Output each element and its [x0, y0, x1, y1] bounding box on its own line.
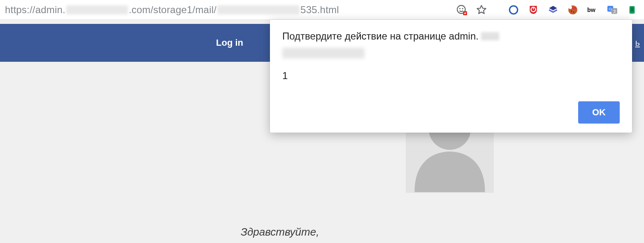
svg-rect-8 [533, 7, 534, 9]
dialog-actions: OK [282, 101, 620, 124]
dialog-subtitle-redacted [282, 48, 365, 58]
redacted-path [217, 5, 300, 14]
svg-point-10 [571, 10, 572, 12]
device-extension-icon[interactable] [627, 5, 637, 15]
ok-button[interactable]: OK [578, 101, 620, 124]
url-mid: .com/storage1/mail/ [129, 4, 216, 16]
page: Log in ь Здравствуйте, Подтвердите дейст… [0, 20, 644, 243]
svg-text:G: G [609, 7, 612, 11]
bw-extension-icon[interactable]: bw [587, 5, 598, 15]
dialog-title: Подтвердите действие на странице admin. [282, 30, 620, 42]
login-link[interactable]: Log in [216, 37, 243, 48]
greeting-text: Здравствуйте, [241, 226, 319, 238]
svg-text:文: 文 [613, 9, 617, 13]
chrome-actions: bw G 文 [456, 5, 641, 15]
javascript-alert-dialog: Подтвердите действие на странице admin. … [270, 20, 632, 133]
svg-rect-19 [630, 7, 633, 12]
omnibox[interactable]: https://admin. .com/storage1/mail/ 535.h… [3, 4, 339, 16]
svg-text:bw: bw [587, 6, 596, 13]
url-suffix: 535.html [300, 4, 339, 16]
browser-chrome: https://admin. .com/storage1/mail/ 535.h… [0, 0, 644, 20]
ublock-extension-icon[interactable] [528, 5, 539, 15]
svg-point-6 [509, 6, 518, 14]
site-permissions-icon[interactable] [456, 5, 467, 15]
extensions-row: bw G 文 [508, 5, 637, 15]
circle-extension-icon[interactable] [508, 5, 519, 15]
dialog-message: 1 [282, 70, 620, 82]
svg-rect-12 [569, 6, 572, 9]
svg-point-1 [459, 8, 460, 9]
dialog-title-text: Подтвердите действие на странице admin. [282, 30, 479, 42]
dialog-title-redacted [481, 32, 499, 40]
svg-point-11 [573, 12, 574, 13]
star-icon[interactable] [476, 5, 487, 15]
stack-extension-icon[interactable] [548, 5, 558, 15]
google-translate-extension-icon[interactable]: G 文 [607, 5, 618, 15]
redacted-host [66, 5, 128, 14]
svg-point-2 [462, 8, 463, 9]
url-scheme-host-prefix: https://admin. [5, 4, 65, 16]
cookie-extension-icon[interactable] [567, 5, 578, 15]
header-right-link[interactable]: ь [635, 37, 640, 48]
